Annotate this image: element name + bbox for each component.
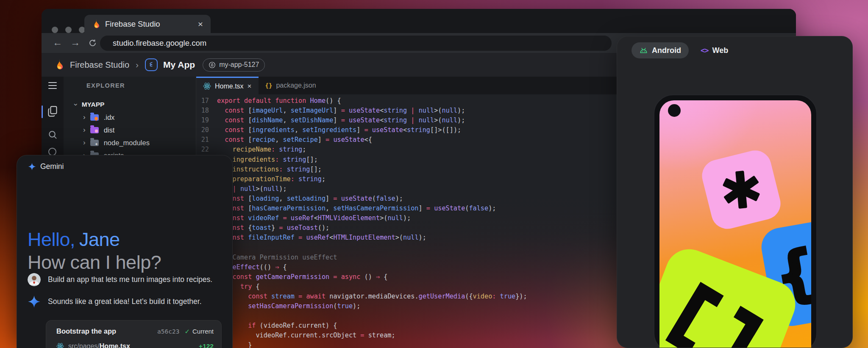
assistant-message-text: Sounds like a great idea! Let’s build it… bbox=[48, 297, 202, 306]
phone-screen[interactable]: { bbox=[659, 100, 811, 348]
firebase-flame-icon bbox=[92, 19, 100, 29]
json-icon: {} bbox=[265, 82, 273, 89]
browser-tab-strip: Firebase Studio × bbox=[42, 9, 796, 33]
pink-asterisk-tile bbox=[698, 147, 784, 232]
device-preview-panel: Android <> Web bbox=[617, 36, 853, 348]
gemini-title: Gemini bbox=[40, 162, 64, 171]
folder-icon bbox=[90, 127, 99, 133]
tab-home-tsx[interactable]: Home.tsx × bbox=[196, 77, 259, 94]
tree-item-dist[interactable]: › dist bbox=[83, 124, 215, 136]
tree-item-label: node_modules bbox=[104, 139, 150, 147]
explorer-icon[interactable] bbox=[47, 106, 58, 117]
breadcrumb-product[interactable]: Firebase Studio bbox=[70, 60, 129, 70]
chevron-down-icon: › bbox=[72, 103, 80, 106]
tree-root-myapp[interactable]: › MYAPP bbox=[75, 99, 207, 110]
react-icon bbox=[56, 342, 64, 348]
check-icon: ✓ bbox=[184, 328, 190, 335]
breadcrumb-chevron-icon: › bbox=[136, 60, 139, 70]
tab-label: Home.tsx bbox=[215, 83, 244, 90]
greeting-name: Jane bbox=[79, 229, 120, 250]
forward-icon[interactable]: → bbox=[70, 38, 80, 47]
chevron-right-icon: › bbox=[83, 113, 86, 122]
file-path: src/pages/ bbox=[68, 342, 100, 348]
gemini-greeting: Hello,Jane How can I help? bbox=[28, 228, 161, 274]
folder-icon bbox=[90, 114, 99, 121]
tree-root-label: MYAPP bbox=[82, 101, 105, 108]
address-bar-url: studio.firebase.google.com bbox=[113, 39, 206, 48]
tab-label: package.json bbox=[276, 82, 316, 89]
task-card[interactable]: Bootstrap the app a56c23 ✓ Current src/p… bbox=[46, 320, 222, 348]
tree-item-label: dist bbox=[104, 126, 115, 134]
line-number: 20 bbox=[196, 125, 209, 135]
window-control-dot[interactable] bbox=[65, 27, 72, 33]
search-icon[interactable] bbox=[48, 130, 58, 140]
tree-item-idx[interactable]: › .idx bbox=[83, 111, 215, 123]
active-view-indicator bbox=[42, 105, 43, 118]
chevron-right-icon: › bbox=[83, 138, 86, 147]
prototyper-icon bbox=[145, 58, 158, 71]
firebase-studio-screenshot: Firebase Studio × ← → studio.firebase.go… bbox=[0, 0, 868, 348]
toggle-android-label: Android bbox=[652, 46, 681, 55]
asterisk-icon bbox=[720, 168, 762, 211]
reload-icon[interactable] bbox=[88, 39, 97, 47]
toggle-web[interactable]: <> Web bbox=[701, 46, 728, 55]
camera-punch-hole bbox=[668, 104, 681, 117]
browser-tab-title: Firebase Studio bbox=[105, 19, 160, 29]
droplet-icon bbox=[209, 61, 216, 69]
tree-item-label: .idx bbox=[104, 113, 115, 122]
workspace-id: my-app-5127 bbox=[219, 61, 259, 69]
android-phone-frame: { bbox=[654, 94, 817, 348]
greeting-hello: Hello, bbox=[28, 229, 75, 250]
greeting-question: How can I help? bbox=[28, 251, 161, 274]
assistant-message: Sounds like a great idea! Let’s build it… bbox=[28, 295, 227, 308]
gemini-panel: Gemini Hello,Jane How can I help? Build … bbox=[17, 155, 233, 348]
react-icon bbox=[203, 82, 211, 90]
toggle-web-label: Web bbox=[712, 46, 728, 55]
gemini-spark-icon bbox=[28, 163, 36, 171]
menu-icon[interactable] bbox=[48, 82, 57, 91]
firebase-flame-icon bbox=[54, 59, 64, 71]
explorer-title: EXPLORER bbox=[86, 82, 125, 89]
task-title: Bootstrap the app bbox=[56, 327, 116, 335]
toggle-android[interactable]: Android bbox=[632, 42, 689, 58]
back-icon[interactable]: ← bbox=[53, 38, 62, 47]
folder-icon: ✦ bbox=[90, 140, 99, 146]
user-message: Build an app that lets me turn images in… bbox=[28, 273, 227, 286]
line-number: 18 bbox=[196, 106, 209, 116]
gemini-header: Gemini bbox=[28, 162, 64, 171]
window-controls bbox=[52, 27, 85, 33]
tab-close-icon[interactable]: × bbox=[248, 83, 252, 90]
user-avatar bbox=[28, 273, 41, 286]
window-control-dot[interactable] bbox=[52, 27, 58, 33]
changed-file-row[interactable]: src/pages/Home.tsx +122 bbox=[56, 342, 214, 348]
android-icon bbox=[639, 47, 648, 54]
brackets-icon bbox=[664, 280, 765, 348]
user-message-text: Build an app that lets me turn images in… bbox=[48, 275, 212, 284]
platform-toggle: Android <> Web bbox=[632, 42, 728, 58]
diff-added-count: +122 bbox=[199, 342, 214, 348]
tab-package-json[interactable]: {} package.json bbox=[259, 77, 323, 94]
browser-tab[interactable]: Firebase Studio × bbox=[84, 15, 211, 33]
line-number: 21 bbox=[196, 135, 209, 145]
chevron-right-icon: › bbox=[83, 126, 86, 134]
tab-close-icon[interactable]: × bbox=[198, 19, 203, 28]
line-number: 22 bbox=[196, 145, 209, 155]
file-name: Home.tsx bbox=[100, 342, 130, 348]
address-bar[interactable]: studio.firebase.google.com bbox=[100, 36, 612, 51]
breadcrumb-app-name[interactable]: My App bbox=[163, 60, 195, 70]
code-icon: <> bbox=[701, 46, 708, 55]
tree-item-node-modules[interactable]: › ✦ node_modules bbox=[83, 137, 215, 149]
gemini-spark-icon bbox=[28, 295, 41, 308]
commit-hash: a56c23 bbox=[157, 328, 179, 335]
line-number: 19 bbox=[196, 116, 209, 125]
workspace-pill[interactable]: my-app-5127 bbox=[203, 58, 265, 72]
line-number: 17 bbox=[196, 96, 209, 106]
status-badge: Current bbox=[192, 328, 214, 335]
